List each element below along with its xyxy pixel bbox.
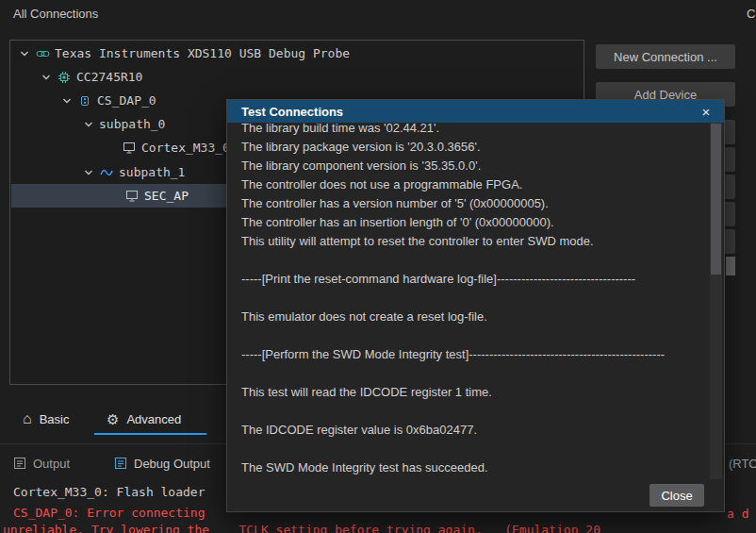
side-scrollbar-fragment[interactable] xyxy=(726,257,735,275)
tree-item-label: Cortex_M33_0 xyxy=(141,141,230,155)
console-line-2: CS_DAP_0: Error connecting xyxy=(13,506,205,521)
app-root: All Connections C Texas Instruments XDS1… xyxy=(0,0,756,533)
monitor-icon xyxy=(122,142,137,155)
monitor-icon xyxy=(124,190,140,203)
console-line-3: unreliable. Try lowering the TCLK settin… xyxy=(3,523,600,533)
log-line xyxy=(241,289,699,308)
tree-item-label: CC2745R10 xyxy=(76,70,142,84)
log-line xyxy=(241,440,699,458)
close-icon[interactable]: × xyxy=(696,102,716,121)
new-connection-button[interactable]: New Connection ... xyxy=(596,44,735,69)
tree-row-probe[interactable]: Texas Instruments XDS110 USB Debug Probe xyxy=(11,42,583,65)
dialog-log-text: The library build time was '02.44.21'. T… xyxy=(241,119,699,477)
tree-item-label: Texas Instruments XDS110 USB Debug Probe xyxy=(55,46,350,60)
tree-item-label: SEC_AP xyxy=(144,189,189,203)
tree-item-label: subpath_1 xyxy=(119,165,185,179)
log-line: The controller does not use a programmab… xyxy=(241,175,699,194)
output-icon xyxy=(13,457,26,470)
chevron-down-icon[interactable] xyxy=(41,72,52,83)
close-button[interactable]: Close xyxy=(649,484,704,507)
log-line: The library package version is '20.3.0.3… xyxy=(241,138,699,157)
log-line: This utility will attempt to reset the c… xyxy=(241,232,699,251)
log-line: The SWD Mode Integrity test has succeede… xyxy=(241,458,699,477)
log-line xyxy=(241,251,699,270)
tree-row-device[interactable]: CC2745R10 xyxy=(11,65,583,89)
log-line: The controller has an insertion length o… xyxy=(241,213,699,232)
log-line: This emulator does not create a reset lo… xyxy=(241,308,699,326)
log-line xyxy=(241,402,699,421)
dialog-title: Test Connections xyxy=(241,105,343,119)
dialog-scrollbar-thumb[interactable] xyxy=(711,124,721,275)
tab-right-fragment: (RTO xyxy=(729,457,756,471)
log-line: The controller has a version number of '… xyxy=(241,194,699,213)
chevron-down-icon[interactable] xyxy=(83,119,94,130)
tab-advanced[interactable]: ⚙ Advanced xyxy=(107,407,181,431)
console-line-1: Cortex_M33_0: Flash loader xyxy=(13,485,205,500)
test-connections-dialog: Test Connections × The library build tim… xyxy=(226,99,725,512)
wave-icon xyxy=(99,166,114,179)
top-right-text-fragment: C xyxy=(747,7,755,21)
log-line: This test will read the IDCODE register … xyxy=(241,383,699,402)
tab-debug-output[interactable]: Debug Output xyxy=(114,454,210,473)
chip-icon xyxy=(57,71,72,84)
tab-basic[interactable]: ⌂ Basic xyxy=(23,407,69,431)
log-line xyxy=(241,364,699,383)
dialog-scrollbar[interactable] xyxy=(710,123,722,479)
dialog-header: Test Connections × xyxy=(227,100,724,123)
chevron-down-icon[interactable] xyxy=(61,95,73,107)
debug-output-icon xyxy=(114,457,127,470)
panel-title: All Connections xyxy=(13,7,98,21)
log-line: The library component version is '35.35.… xyxy=(241,157,699,175)
log-line: -----[Perform the SWD Mode Integrity tes… xyxy=(241,345,699,364)
tab-advanced-label: Advanced xyxy=(126,412,181,426)
log-line xyxy=(241,326,699,345)
chevron-down-icon[interactable] xyxy=(19,48,30,59)
log-line: The IDCODE register value is 0x6ba02477. xyxy=(241,421,699,440)
tree-item-label: CS_DAP_0 xyxy=(97,93,156,108)
chevron-down-icon[interactable] xyxy=(83,167,94,178)
tab-output-label: Output xyxy=(33,457,70,471)
active-tab-underline xyxy=(94,433,206,435)
gear-icon: ⚙ xyxy=(107,412,119,426)
tab-basic-label: Basic xyxy=(40,412,70,426)
dap-icon xyxy=(77,94,92,108)
console-line-2-fragment: a d xyxy=(727,507,748,522)
tree-item-label: subpath_0 xyxy=(99,117,165,131)
tab-debug-output-label: Debug Output xyxy=(134,457,210,471)
home-icon: ⌂ xyxy=(23,411,32,426)
probe-link-icon xyxy=(35,47,50,60)
tab-output[interactable]: Output xyxy=(13,454,70,473)
log-line: -----[Print the reset-command hardware l… xyxy=(241,270,699,289)
